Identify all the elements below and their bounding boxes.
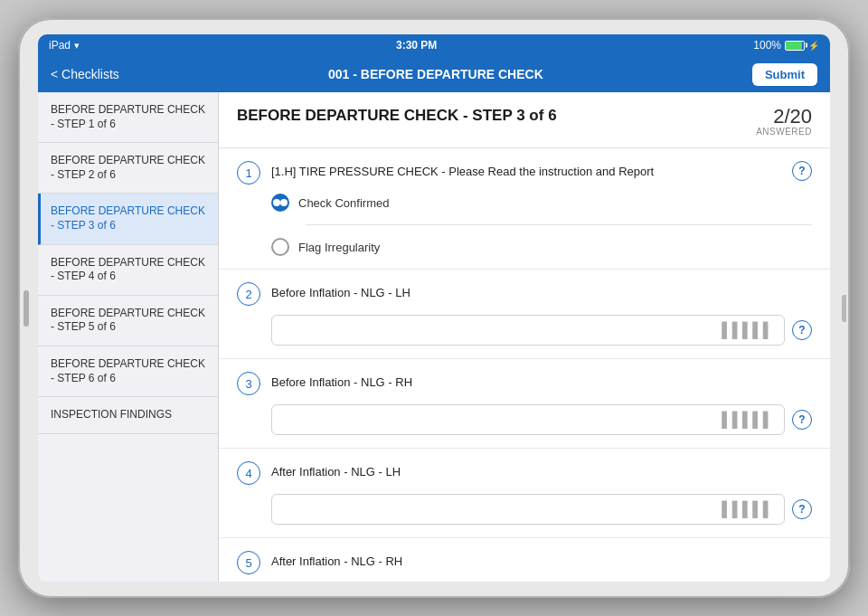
question-4-number: 4 bbox=[237, 461, 260, 485]
barcode-icon-2: ▌▌▌▌▌ bbox=[718, 322, 777, 338]
question-5-header: 5 After Inflation - NLG - RH bbox=[237, 551, 812, 574]
sidebar-item-step1[interactable]: BEFORE DEPARTURE CHECK - STEP 1 of 6 bbox=[38, 92, 218, 143]
power-button bbox=[842, 295, 846, 322]
ipad-screen: iPad ▾ 3:30 PM 100% ⚡ < Checklists 001 -… bbox=[38, 34, 830, 582]
question-1-header: 1 [1.H] TIRE PRESSURE CHECK - Please Rea… bbox=[237, 161, 812, 185]
question-5: 5 After Inflation - NLG - RH ▌▌▌▌▌ ? bbox=[219, 538, 830, 582]
question-3-input[interactable]: ▌▌▌▌▌ bbox=[271, 404, 785, 435]
status-time: 3:30 PM bbox=[396, 39, 437, 52]
question-3-header: 3 Before Inflation - NLG - RH bbox=[237, 372, 812, 395]
question-4-text: After Inflation - NLG - LH bbox=[271, 461, 812, 480]
question-5-number: 5 bbox=[237, 551, 260, 574]
ipad-device: iPad ▾ 3:30 PM 100% ⚡ < Checklists 001 -… bbox=[18, 18, 850, 598]
question-2: 2 Before Inflation - NLG - LH ▌▌▌▌▌ ? bbox=[219, 270, 830, 359]
question-2-input[interactable]: ▌▌▌▌▌ bbox=[271, 315, 785, 346]
question-3-help-icon[interactable]: ? bbox=[792, 410, 812, 430]
main-content: BEFORE DEPARTURE CHECK - STEP 1 of 6 BEF… bbox=[38, 92, 830, 582]
status-right: 100% ⚡ bbox=[753, 39, 819, 52]
question-1-text: [1.H] TIRE PRESSURE CHECK - Please Read … bbox=[271, 161, 781, 180]
question-2-number: 2 bbox=[237, 282, 260, 306]
sidebar-item-step5[interactable]: BEFORE DEPARTURE CHECK - STEP 5 of 6 bbox=[38, 296, 218, 346]
sidebar-item-step3[interactable]: BEFORE DEPARTURE CHECK - STEP 3 of 6 bbox=[38, 194, 218, 244]
side-button bbox=[24, 290, 29, 327]
barcode-icon-4: ▌▌▌▌▌ bbox=[718, 501, 777, 517]
question-4-input[interactable]: ▌▌▌▌▌ bbox=[271, 494, 785, 525]
nav-bar: < Checklists 001 - BEFORE DEPARTURE CHEC… bbox=[38, 56, 830, 92]
question-1-help-icon[interactable]: ? bbox=[792, 161, 812, 181]
sidebar: BEFORE DEPARTURE CHECK - STEP 1 of 6 BEF… bbox=[38, 92, 219, 582]
radio-circle-1[interactable] bbox=[271, 194, 289, 212]
answered-label: ANSWERED bbox=[756, 127, 812, 137]
content-title: BEFORE DEPARTURE CHECK - STEP 3 of 6 bbox=[237, 107, 557, 125]
content-panel: BEFORE DEPARTURE CHECK - STEP 3 of 6 2/2… bbox=[219, 92, 830, 582]
question-4: 4 After Inflation - NLG - LH ▌▌▌▌▌ ? bbox=[219, 449, 830, 538]
question-4-header: 4 After Inflation - NLG - LH bbox=[237, 461, 812, 485]
back-button[interactable]: < Checklists bbox=[51, 67, 119, 81]
answered-block: 2/20 ANSWERED bbox=[756, 107, 812, 137]
content-header: BEFORE DEPARTURE CHECK - STEP 3 of 6 2/2… bbox=[219, 92, 830, 148]
question-2-text: Before Inflation - NLG - LH bbox=[271, 282, 812, 301]
question-1: 1 [1.H] TIRE PRESSURE CHECK - Please Rea… bbox=[219, 148, 830, 270]
submit-button[interactable]: Submit bbox=[752, 63, 817, 86]
question-1-options: Check Confirmed Flag Irregularity bbox=[237, 194, 812, 256]
question-5-text: After Inflation - NLG - RH bbox=[271, 551, 812, 570]
question-4-input-row: ▌▌▌▌▌ ? bbox=[237, 494, 812, 525]
sidebar-item-step2[interactable]: BEFORE DEPARTURE CHECK - STEP 2 of 6 bbox=[38, 143, 218, 194]
radio-label-check-confirmed: Check Confirmed bbox=[298, 196, 389, 210]
wifi-icon: ▾ bbox=[74, 40, 80, 52]
battery-fill bbox=[786, 42, 802, 50]
battery-percent: 100% bbox=[753, 39, 781, 52]
question-3-input-row: ▌▌▌▌▌ ? bbox=[237, 404, 812, 435]
barcode-icon-3: ▌▌▌▌▌ bbox=[718, 412, 777, 428]
status-bar: iPad ▾ 3:30 PM 100% ⚡ bbox=[38, 34, 830, 56]
radio-circle-2[interactable] bbox=[271, 238, 289, 256]
question-3: 3 Before Inflation - NLG - RH ▌▌▌▌▌ ? bbox=[219, 359, 830, 449]
radio-label-flag-irregularity: Flag Irregularity bbox=[298, 241, 380, 254]
question-2-input-row: ▌▌▌▌▌ ? bbox=[237, 315, 812, 346]
sidebar-item-step4[interactable]: BEFORE DEPARTURE CHECK - STEP 4 of 6 bbox=[38, 245, 218, 296]
question-3-text: Before Inflation - NLG - RH bbox=[271, 372, 812, 391]
device-label: iPad bbox=[49, 39, 71, 52]
question-2-header: 2 Before Inflation - NLG - LH bbox=[237, 282, 812, 306]
question-2-help-icon[interactable]: ? bbox=[792, 320, 812, 340]
questions-list: 1 [1.H] TIRE PRESSURE CHECK - Please Rea… bbox=[219, 148, 830, 582]
question-3-number: 3 bbox=[237, 372, 260, 395]
radio-divider bbox=[306, 224, 812, 225]
answered-count: 2/20 bbox=[756, 107, 812, 127]
question-4-help-icon[interactable]: ? bbox=[792, 499, 812, 519]
sidebar-item-step6[interactable]: BEFORE DEPARTURE CHECK - STEP 6 of 6 bbox=[38, 346, 218, 397]
nav-title: 001 - BEFORE DEPARTURE CHECK bbox=[328, 67, 543, 81]
status-left: iPad ▾ bbox=[49, 39, 80, 52]
radio-option-check-confirmed[interactable]: Check Confirmed bbox=[271, 194, 812, 212]
charging-icon: ⚡ bbox=[808, 41, 819, 51]
sidebar-item-findings[interactable]: INSPECTION FINDINGS bbox=[38, 397, 218, 434]
radio-option-flag-irregularity[interactable]: Flag Irregularity bbox=[271, 238, 812, 256]
battery-icon bbox=[785, 41, 805, 51]
question-1-number: 1 bbox=[237, 161, 260, 185]
